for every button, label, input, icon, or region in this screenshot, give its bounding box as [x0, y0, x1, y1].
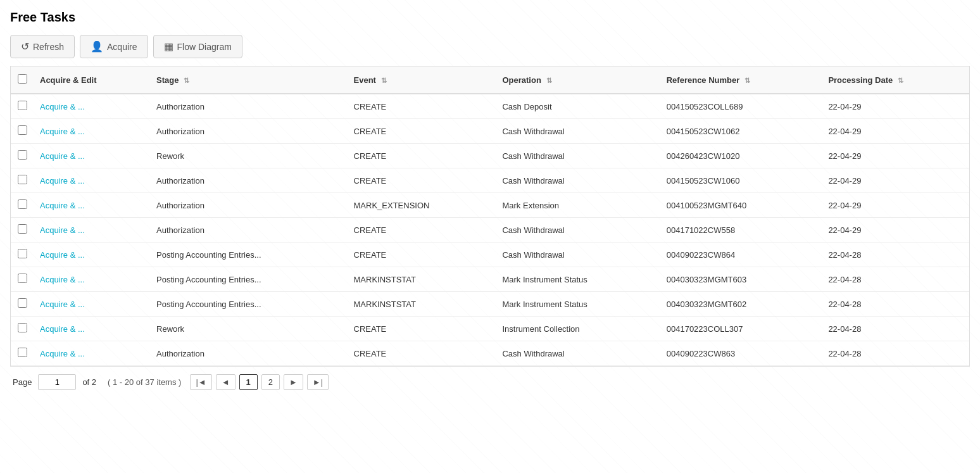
- row-checkbox-1[interactable]: [18, 125, 27, 135]
- refresh-button[interactable]: ↺ Refresh: [10, 35, 75, 58]
- stage-cell: Authorization: [150, 94, 347, 119]
- event-cell: CREATE: [348, 119, 496, 144]
- acquire-edit-cell[interactable]: Acquire & ...: [34, 218, 150, 243]
- row-checkbox-cell[interactable]: [11, 341, 34, 366]
- row-checkbox-6[interactable]: [18, 249, 27, 258]
- last-page-button[interactable]: ►|: [307, 374, 329, 390]
- next-page-button[interactable]: ►: [284, 374, 303, 390]
- acquire-label: Acquire: [107, 42, 137, 52]
- prev-page-button[interactable]: ◄: [216, 374, 236, 390]
- row-checkbox-0[interactable]: [18, 101, 27, 110]
- event-cell: CREATE: [348, 317, 496, 341]
- row-checkbox-cell[interactable]: [11, 94, 34, 119]
- reference-number-cell: 004171022CW558: [660, 218, 822, 243]
- event-cell: CREATE: [348, 243, 496, 267]
- tasks-table: Acquire & Edit Stage ⇅ Event ⇅ Operation…: [11, 66, 969, 366]
- reference-number-cell: 004030323MGMT603: [660, 267, 822, 292]
- acquire-edit-cell[interactable]: Acquire & ...: [34, 317, 150, 341]
- stage-cell: Rework: [150, 144, 347, 168]
- table-body: Acquire & ...AuthorizationCREATECash Dep…: [11, 94, 969, 366]
- row-checkbox-3[interactable]: [18, 175, 27, 184]
- row-checkbox-cell[interactable]: [11, 267, 34, 292]
- operation-cell: Cash Withdrawal: [496, 341, 660, 366]
- acquire-edit-link[interactable]: Acquire & ...: [40, 324, 85, 334]
- processing-date-cell: 22-04-29: [822, 168, 969, 193]
- page-2-button[interactable]: 2: [261, 374, 280, 390]
- acquire-edit-cell[interactable]: Acquire & ...: [34, 168, 150, 193]
- row-checkbox-7[interactable]: [18, 274, 27, 283]
- acquire-edit-cell[interactable]: Acquire & ...: [34, 292, 150, 317]
- event-cell: CREATE: [348, 144, 496, 168]
- toolbar: ↺ Refresh 👤 Acquire ▦ Flow Diagram: [10, 35, 970, 58]
- row-checkbox-cell[interactable]: [11, 144, 34, 168]
- stage-cell: Authorization: [150, 119, 347, 144]
- items-info: ( 1 - 20 of 37 items ): [108, 377, 181, 387]
- acquire-edit-cell[interactable]: Acquire & ...: [34, 243, 150, 267]
- acquire-edit-link[interactable]: Acquire & ...: [40, 225, 85, 235]
- row-checkbox-cell[interactable]: [11, 218, 34, 243]
- acquire-edit-cell[interactable]: Acquire & ...: [34, 144, 150, 168]
- header-stage[interactable]: Stage ⇅: [150, 66, 347, 94]
- acquire-edit-link[interactable]: Acquire & ...: [40, 349, 85, 358]
- header-reference-number[interactable]: Reference Number ⇅: [660, 66, 822, 94]
- row-checkbox-cell[interactable]: [11, 317, 34, 341]
- event-sort-icon: ⇅: [381, 77, 387, 85]
- row-checkbox-cell[interactable]: [11, 168, 34, 193]
- header-checkbox-cell[interactable]: [11, 66, 34, 94]
- header-processing-date[interactable]: Processing Date ⇅: [822, 66, 969, 94]
- row-checkbox-cell[interactable]: [11, 292, 34, 317]
- acquire-button[interactable]: 👤 Acquire: [80, 35, 148, 58]
- flow-diagram-label: Flow Diagram: [177, 42, 232, 52]
- acquire-edit-cell[interactable]: Acquire & ...: [34, 119, 150, 144]
- refresh-label: Refresh: [33, 42, 64, 52]
- row-checkbox-cell[interactable]: [11, 119, 34, 144]
- reference-number-cell: 004150523CW1062: [660, 119, 822, 144]
- table-row: Acquire & ...ReworkCREATECash Withdrawal…: [11, 144, 969, 168]
- acquire-edit-link[interactable]: Acquire & ...: [40, 275, 85, 284]
- acquire-edit-link[interactable]: Acquire & ...: [40, 127, 85, 136]
- row-checkbox-8[interactable]: [18, 298, 27, 308]
- flow-diagram-button[interactable]: ▦ Flow Diagram: [153, 35, 242, 58]
- acquire-edit-cell[interactable]: Acquire & ...: [34, 193, 150, 218]
- acquire-edit-link[interactable]: Acquire & ...: [40, 151, 85, 161]
- header-event[interactable]: Event ⇅: [348, 66, 496, 94]
- acquire-edit-link[interactable]: Acquire & ...: [40, 102, 85, 111]
- row-checkbox-4[interactable]: [18, 199, 27, 209]
- pagination-bar: Page of 2 ( 1 - 20 of 37 items ) |◄ ◄ 1 …: [10, 367, 970, 398]
- event-cell: CREATE: [348, 218, 496, 243]
- select-all-checkbox[interactable]: [18, 74, 27, 84]
- header-acquire-edit: Acquire & Edit: [34, 66, 150, 94]
- row-checkbox-9[interactable]: [18, 323, 27, 332]
- processing-date-cell: 22-04-28: [822, 243, 969, 267]
- acquire-edit-cell[interactable]: Acquire & ...: [34, 267, 150, 292]
- operation-cell: Cash Withdrawal: [496, 168, 660, 193]
- page-number-input[interactable]: [38, 374, 76, 390]
- acquire-edit-cell[interactable]: Acquire & ...: [34, 94, 150, 119]
- acquire-edit-link[interactable]: Acquire & ...: [40, 300, 85, 309]
- header-operation[interactable]: Operation ⇅: [496, 66, 660, 94]
- event-cell: MARK_EXTENSION: [348, 193, 496, 218]
- operation-cell: Cash Withdrawal: [496, 218, 660, 243]
- row-checkbox-cell[interactable]: [11, 193, 34, 218]
- processing-date-cell: 22-04-29: [822, 119, 969, 144]
- row-checkbox-2[interactable]: [18, 150, 27, 160]
- row-checkbox-5[interactable]: [18, 224, 27, 234]
- acquire-edit-link[interactable]: Acquire & ...: [40, 201, 85, 210]
- row-checkbox-10[interactable]: [18, 348, 27, 357]
- acquire-edit-link[interactable]: Acquire & ...: [40, 176, 85, 186]
- stage-cell: Authorization: [150, 168, 347, 193]
- operation-cell: Instrument Collection: [496, 317, 660, 341]
- acquire-edit-link[interactable]: Acquire & ...: [40, 250, 85, 260]
- event-cell: CREATE: [348, 94, 496, 119]
- refresh-icon: ↺: [21, 41, 29, 53]
- operation-sort-icon: ⇅: [546, 77, 552, 85]
- processing-date-cell: 22-04-28: [822, 292, 969, 317]
- page-1-button[interactable]: 1: [239, 374, 258, 390]
- table-row: Acquire & ...AuthorizationMARK_EXTENSION…: [11, 193, 969, 218]
- operation-cell: Mark Extension: [496, 193, 660, 218]
- first-page-button[interactable]: |◄: [190, 374, 211, 390]
- stage-cell: Posting Accounting Entries...: [150, 243, 347, 267]
- acquire-edit-cell[interactable]: Acquire & ...: [34, 341, 150, 366]
- row-checkbox-cell[interactable]: [11, 243, 34, 267]
- processing-date-cell: 22-04-29: [822, 193, 969, 218]
